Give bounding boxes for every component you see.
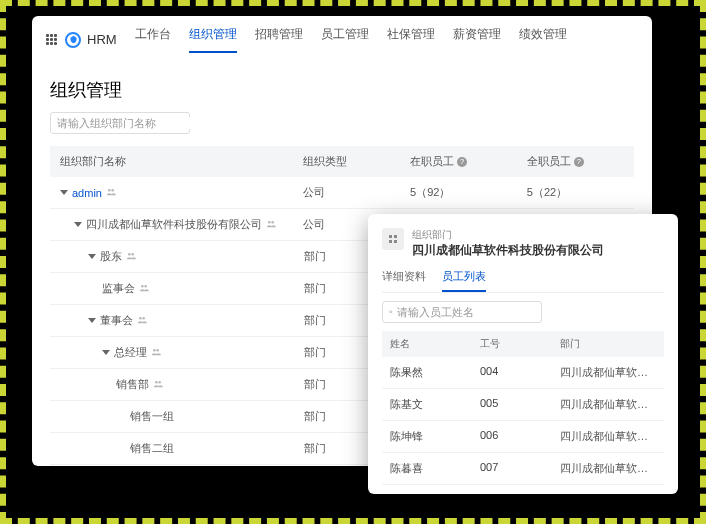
employee-id: 006	[480, 429, 560, 444]
people-icon	[137, 315, 147, 327]
org-label: 董事会	[100, 313, 133, 328]
employee-dept: 四川成都仙草软件科...	[560, 461, 656, 476]
header: HRM 工作台组织管理招聘管理员工管理社保管理薪资管理绩效管理	[32, 16, 652, 64]
svg-rect-19	[394, 240, 397, 243]
employee-search-input[interactable]	[397, 306, 535, 318]
col-header-active: 在职员工?	[410, 154, 527, 169]
org-label: 总经理	[114, 345, 147, 360]
org-name-cell[interactable]: 四川成都仙草软件科技股份有限公司	[60, 217, 303, 232]
panel-tabs: 详细资料员工列表	[382, 269, 664, 293]
expand-caret-icon[interactable]	[88, 254, 96, 259]
org-icon	[382, 228, 404, 250]
svg-point-9	[144, 285, 147, 288]
nav-item[interactable]: 绩效管理	[519, 26, 567, 53]
people-icon	[106, 187, 116, 199]
svg-point-6	[128, 253, 131, 256]
panel-tab[interactable]: 员工列表	[442, 269, 486, 292]
col-header-full: 全职员工?	[527, 154, 624, 169]
app-logo-icon	[65, 32, 81, 48]
table-header-row: 组织部门名称 组织类型 在职员工? 全职员工?	[50, 146, 634, 177]
page-title: 组织管理	[32, 64, 652, 112]
people-icon	[153, 379, 163, 391]
pcol-header-id: 工号	[480, 337, 560, 351]
org-search-box[interactable]	[50, 112, 190, 134]
employee-search-box[interactable]	[382, 301, 542, 323]
employee-name: 陈基文	[390, 397, 480, 412]
svg-rect-18	[389, 240, 392, 243]
employee-id: 007	[480, 461, 560, 476]
employee-row[interactable]: 陈暮喜007四川成都仙草软件科...	[382, 453, 664, 485]
nav-item[interactable]: 社保管理	[387, 26, 435, 53]
main-nav: 工作台组织管理招聘管理员工管理社保管理薪资管理绩效管理	[135, 26, 567, 53]
app-name: HRM	[87, 32, 117, 47]
org-search-input[interactable]	[57, 117, 195, 129]
cell-active: 5（92）	[410, 185, 527, 200]
help-icon[interactable]: ?	[574, 157, 584, 167]
table-row[interactable]: admin公司5（92）5（22）	[50, 177, 634, 209]
pcol-header-name: 姓名	[390, 337, 480, 351]
expand-caret-icon[interactable]	[88, 318, 96, 323]
org-name-cell[interactable]: 股东	[60, 249, 304, 264]
employee-id: 005	[480, 397, 560, 412]
svg-rect-17	[394, 235, 397, 238]
col-header-name: 组织部门名称	[60, 154, 303, 169]
org-label: 监事会	[102, 281, 135, 296]
svg-point-12	[153, 349, 156, 352]
nav-item[interactable]: 招聘管理	[255, 26, 303, 53]
panel-tab[interactable]: 详细资料	[382, 269, 426, 292]
svg-point-20	[390, 311, 392, 313]
svg-point-3	[111, 189, 114, 192]
employee-name: 陈坤锋	[390, 429, 480, 444]
expand-caret-icon[interactable]	[102, 350, 110, 355]
panel-breadcrumb: 组织部门	[412, 228, 604, 242]
svg-rect-16	[389, 235, 392, 238]
detail-panel: 组织部门 四川成都仙草软件科技股份有限公司 详细资料员工列表 姓名 工号 部门 …	[368, 214, 678, 494]
pcol-header-dept: 部门	[560, 337, 656, 351]
employee-row[interactable]: 陈果然004四川成都仙草软件科...	[382, 357, 664, 389]
people-icon	[126, 251, 136, 263]
employee-name: 陈果然	[390, 365, 480, 380]
employee-row[interactable]: 陈基文005四川成都仙草软件科...	[382, 389, 664, 421]
svg-point-2	[108, 189, 111, 192]
col-header-type: 组织类型	[303, 154, 410, 169]
employee-dept: 四川成都仙草软件科...	[560, 365, 656, 380]
org-name-cell[interactable]: 销售一组	[60, 409, 304, 424]
org-label: 四川成都仙草软件科技股份有限公司	[86, 217, 262, 232]
expand-caret-icon[interactable]	[60, 190, 68, 195]
nav-item[interactable]: 工作台	[135, 26, 171, 53]
svg-point-14	[155, 381, 158, 384]
nav-item[interactable]: 员工管理	[321, 26, 369, 53]
apps-grid-icon[interactable]	[46, 34, 57, 45]
nav-item[interactable]: 组织管理	[189, 26, 237, 53]
org-name-cell[interactable]: 监事会	[60, 281, 304, 296]
employee-dept: 四川成都仙草软件科...	[560, 397, 656, 412]
svg-point-13	[156, 349, 159, 352]
help-icon[interactable]: ?	[457, 157, 467, 167]
employee-row[interactable]: 陈坤锋006四川成都仙草软件科...	[382, 421, 664, 453]
org-label: 销售二组	[130, 441, 174, 456]
panel-table-header: 姓名 工号 部门	[382, 331, 664, 357]
org-name-cell[interactable]: 销售部	[60, 377, 304, 392]
cell-type: 公司	[303, 185, 410, 200]
svg-point-11	[142, 317, 145, 320]
org-name-cell[interactable]: 总经理	[60, 345, 304, 360]
org-label: 销售部	[116, 377, 149, 392]
panel-title: 四川成都仙草软件科技股份有限公司	[412, 242, 604, 259]
svg-point-5	[271, 221, 274, 224]
people-icon	[139, 283, 149, 295]
expand-caret-icon[interactable]	[74, 222, 82, 227]
svg-point-4	[268, 221, 271, 224]
svg-point-10	[139, 317, 142, 320]
nav-item[interactable]: 薪资管理	[453, 26, 501, 53]
org-name-cell[interactable]: 销售二组	[60, 441, 304, 456]
org-name-cell[interactable]: admin	[60, 185, 303, 200]
employee-dept: 四川成都仙草软件科...	[560, 429, 656, 444]
org-label: 销售一组	[130, 409, 174, 424]
cell-full: 5（22）	[527, 185, 624, 200]
org-label: admin	[72, 187, 102, 199]
svg-line-21	[392, 313, 393, 314]
people-icon	[151, 347, 161, 359]
org-name-cell[interactable]: 董事会	[60, 313, 304, 328]
search-icon	[389, 306, 393, 318]
panel-table-body: 陈果然004四川成都仙草软件科...陈基文005四川成都仙草软件科...陈坤锋0…	[382, 357, 664, 485]
